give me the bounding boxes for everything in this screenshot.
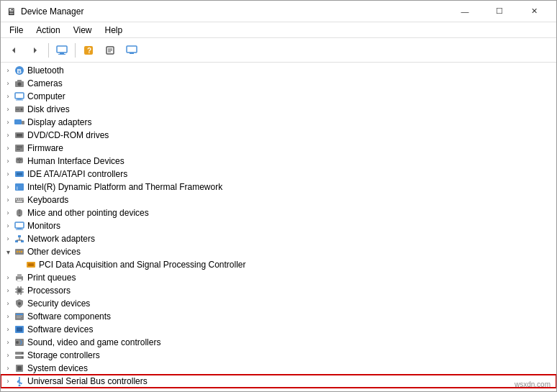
back-button[interactable] <box>4 41 24 60</box>
expand-bluetooth[interactable]: › <box>2 64 14 77</box>
tree-item-system[interactable]: › System devices <box>1 362 556 375</box>
expand-cameras[interactable]: › <box>2 77 14 90</box>
software-components-label: Software components <box>27 311 111 322</box>
bluetooth-icon: B <box>14 65 25 76</box>
tree-item-cameras[interactable]: › Cameras <box>1 77 556 90</box>
expand-system[interactable]: › <box>2 362 14 375</box>
svg-rect-3 <box>60 53 64 54</box>
svg-rect-12 <box>130 53 134 54</box>
expand-ide[interactable]: › <box>2 168 14 181</box>
expand-dvd[interactable]: › <box>2 129 14 142</box>
expand-monitors[interactable]: › <box>2 219 14 232</box>
tree-item-bluetooth[interactable]: › B Bluetooth <box>1 64 556 77</box>
intel-icon: i <box>14 181 25 193</box>
svg-point-22 <box>21 109 23 111</box>
software-devices-icon <box>14 324 25 335</box>
help-toolbar-button[interactable]: ? <box>78 41 99 60</box>
usb-label: Universal Serial Bus controllers <box>27 376 148 386</box>
computer-icon <box>14 91 25 102</box>
tree-item-computer[interactable]: › Computer <box>1 90 556 103</box>
svg-point-89 <box>22 357 23 358</box>
tree-item-processors[interactable]: › Processors <box>1 284 556 297</box>
disk-drives-label: Disk drives <box>27 104 70 114</box>
ide-icon <box>14 168 25 180</box>
forward-button[interactable] <box>25 41 45 60</box>
tree-item-network[interactable]: › Network adapters <box>1 232 556 245</box>
expand-print-queues[interactable]: › <box>2 271 14 284</box>
expand-usb[interactable]: › <box>2 375 14 388</box>
expand-intel[interactable]: › <box>2 181 14 193</box>
tree-item-keyboards[interactable]: › Keyboards <box>1 193 556 206</box>
expand-disk-drives[interactable]: › <box>2 103 14 116</box>
mice-icon <box>14 207 25 219</box>
svg-point-88 <box>22 352 23 354</box>
expand-firmware[interactable]: › <box>2 142 14 155</box>
maximize-button[interactable]: ☐ <box>483 1 516 22</box>
tree-item-hid[interactable]: › Human Interface Devices <box>1 155 556 168</box>
expand-sound[interactable]: › <box>2 336 14 349</box>
other-devices-icon <box>14 246 25 257</box>
menu-action[interactable]: Action <box>30 24 65 37</box>
menu-view[interactable]: View <box>68 24 98 37</box>
expand-network[interactable]: › <box>2 232 14 245</box>
tree-item-display-adapters[interactable]: › Display adapters <box>1 116 556 129</box>
tree-item-ide[interactable]: › IDE ATA/ATAPI controllers <box>1 168 556 181</box>
expand-keyboards[interactable]: › <box>2 193 14 206</box>
pci-label: PCI Data Acquisition and Signal Processi… <box>39 260 245 270</box>
expand-security[interactable]: › <box>2 297 14 310</box>
monitor-toolbar-button[interactable] <box>122 41 142 60</box>
firmware-icon <box>14 142 25 154</box>
svg-rect-43 <box>20 199 22 200</box>
tree-item-disk-drives[interactable]: › Disk drives <box>1 103 556 116</box>
tree-item-firmware[interactable]: › Firmware <box>1 142 556 155</box>
properties-toolbar-button[interactable] <box>100 41 120 60</box>
svg-rect-19 <box>17 99 22 100</box>
tree-item-other-devices[interactable]: ▾ Other devices <box>1 245 556 258</box>
expand-software-devices[interactable]: › <box>2 323 14 336</box>
tree-item-security[interactable]: › Security devices <box>1 297 556 310</box>
expand-display-adapters[interactable]: › <box>2 116 14 129</box>
svg-point-60 <box>19 251 20 252</box>
hid-icon <box>14 155 25 167</box>
expand-storage[interactable]: › <box>2 349 14 362</box>
tree-item-software-devices[interactable]: › Software devices <box>1 323 556 336</box>
expand-computer[interactable]: › <box>2 90 14 103</box>
title-bar-left: 🖥 Device Manager <box>6 6 448 17</box>
tree-item-storage[interactable]: › Storage controllers <box>1 349 556 362</box>
menu-help[interactable]: Help <box>99 24 129 37</box>
expand-processors[interactable]: › <box>2 284 14 297</box>
expand-mice[interactable]: › <box>2 206 14 219</box>
app-icon: 🖥 <box>6 6 17 17</box>
menu-file[interactable]: File <box>4 24 29 37</box>
tree-item-pci[interactable]: › PCI Data Acquisition and Signal Proces… <box>1 258 556 271</box>
sound-icon <box>14 337 25 348</box>
keyboards-icon <box>14 194 25 206</box>
expand-other-devices[interactable]: ▾ <box>2 245 14 258</box>
content-area: › B Bluetooth › Cameras › Comp <box>1 63 556 391</box>
expand-hid[interactable]: › <box>2 155 14 168</box>
tree-item-sound[interactable]: › Sound, video and game controllers <box>1 336 556 349</box>
window-title: Device Manager <box>21 6 83 17</box>
minimize-button[interactable]: — <box>448 1 481 22</box>
software-components-icon <box>14 311 25 322</box>
svg-rect-31 <box>17 149 20 150</box>
svg-rect-20 <box>16 100 23 101</box>
close-button[interactable]: ✕ <box>517 1 551 22</box>
svg-rect-50 <box>17 228 22 229</box>
tree-item-usb[interactable]: › Universal Serial Bus controllers <box>1 375 556 388</box>
toolbar: ? <box>1 38 556 63</box>
monitors-icon <box>14 220 25 232</box>
tree-item-intel[interactable]: › i Intel(R) Dynamic Platform and Therma… <box>1 181 556 193</box>
expand-software-components[interactable]: › <box>2 310 14 323</box>
tree-item-monitors[interactable]: › Monitors <box>1 219 556 232</box>
svg-rect-37 <box>17 173 22 176</box>
tree-view[interactable]: › B Bluetooth › Cameras › Comp <box>1 63 556 391</box>
toolbar-separator-1 <box>48 43 49 58</box>
tree-item-dvd[interactable]: › DVD/CD-ROM drives <box>1 129 556 142</box>
svg-rect-2 <box>57 46 67 53</box>
svg-marker-0 <box>12 47 15 53</box>
computer-toolbar-button[interactable] <box>52 41 72 60</box>
tree-item-mice[interactable]: › Mice and other pointing devices <box>1 206 556 219</box>
tree-item-print-queues[interactable]: › Print queues <box>1 271 556 284</box>
tree-item-software-components[interactable]: › Software components <box>1 310 556 323</box>
